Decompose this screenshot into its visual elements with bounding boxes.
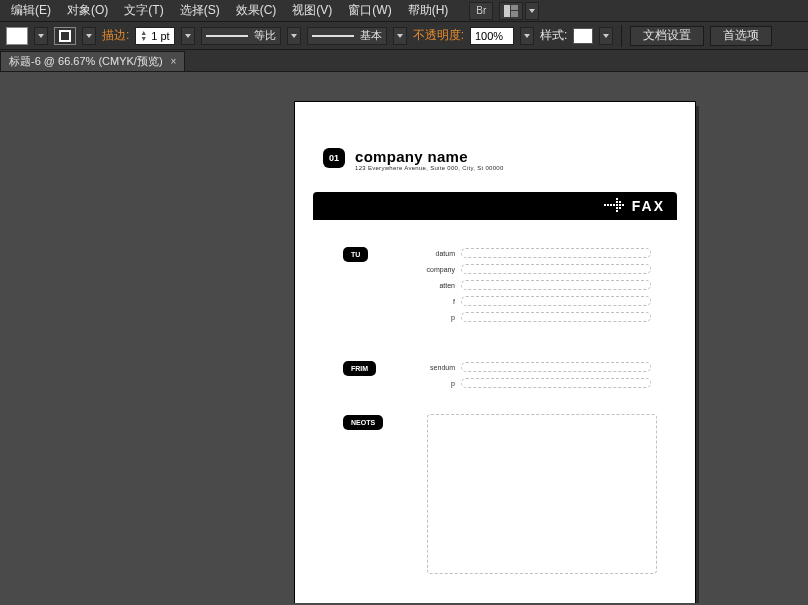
- stroke-swatch[interactable]: [54, 27, 76, 45]
- svg-rect-14: [619, 204, 621, 206]
- menu-view[interactable]: 视图(V): [285, 0, 339, 21]
- field-row: f: [381, 294, 651, 308]
- menu-bar: 编辑(E) 对象(O) 文字(T) 选择(S) 效果(C) 视图(V) 窗口(W…: [0, 0, 808, 22]
- opacity-label: 不透明度:: [413, 27, 464, 44]
- field-label-f: f: [381, 298, 455, 305]
- graphic-style-swatch[interactable]: [573, 28, 593, 44]
- section-tag-neots: NEOTS: [343, 415, 383, 430]
- field-row: company: [381, 262, 651, 276]
- menu-select[interactable]: 选择(S): [173, 0, 227, 21]
- field-input: [461, 264, 651, 274]
- workspace-dropdown[interactable]: [525, 2, 539, 20]
- menu-edit[interactable]: 编辑(E): [4, 0, 58, 21]
- svg-rect-3: [604, 204, 606, 206]
- svg-rect-11: [616, 210, 618, 212]
- field-label-atten: atten: [381, 282, 455, 289]
- field-label-p2: p: [381, 380, 455, 387]
- workspace-switcher[interactable]: [499, 2, 523, 20]
- brush-def-label: 基本: [360, 28, 382, 43]
- document-setup-button[interactable]: 文档设置: [630, 26, 704, 46]
- svg-rect-8: [616, 201, 618, 203]
- section-tag-frim: FRIM: [343, 361, 376, 376]
- fill-swatch[interactable]: [6, 27, 28, 45]
- stroke-weight-value: 1 pt: [151, 30, 169, 42]
- fax-title-text: FAX: [632, 198, 665, 214]
- svg-rect-5: [610, 204, 612, 206]
- svg-rect-0: [504, 5, 510, 17]
- field-row: atten: [381, 278, 651, 292]
- stroke-label: 描边:: [102, 27, 129, 44]
- company-address-text: 123 Everywhere Avenue, Suite 000, City, …: [355, 165, 504, 171]
- field-input: [461, 312, 651, 322]
- svg-rect-7: [616, 204, 618, 206]
- brush-def-dropdown[interactable]: 基本: [307, 27, 387, 45]
- menu-effect[interactable]: 效果(C): [229, 0, 284, 21]
- document-tab-bar: 标题-6 @ 66.67% (CMYK/预览) ×: [0, 50, 808, 72]
- field-input: [461, 362, 651, 372]
- arrow-right-icon: [604, 198, 626, 214]
- field-label-datum: datum: [381, 250, 455, 257]
- opacity-field[interactable]: 100%: [470, 27, 514, 45]
- field-input: [461, 280, 651, 290]
- section-tag-tu: TU: [343, 247, 368, 262]
- brush-def-arrow[interactable]: [393, 27, 407, 45]
- stroke-weight-field[interactable]: ▲▼ 1 pt: [135, 27, 174, 45]
- field-row: datum: [381, 246, 651, 260]
- width-profile-label: 等比: [254, 28, 276, 43]
- opacity-value: 100%: [475, 30, 503, 42]
- field-input: [461, 378, 651, 388]
- svg-rect-12: [619, 201, 621, 203]
- fax-header: 01 company name 123 Everywhere Avenue, S…: [323, 148, 504, 171]
- company-name-text: company name: [355, 148, 504, 165]
- svg-rect-6: [613, 204, 615, 206]
- opacity-dropdown[interactable]: [520, 27, 534, 45]
- line-preview-icon: [206, 35, 248, 37]
- separator: [621, 25, 622, 47]
- stroke-weight-dropdown[interactable]: [181, 27, 195, 45]
- document-tab[interactable]: 标题-6 @ 66.67% (CMYK/预览) ×: [0, 51, 185, 71]
- svg-rect-15: [622, 204, 624, 206]
- preferences-button[interactable]: 首选项: [710, 26, 772, 46]
- stepper-arrows-icon: ▲▼: [140, 30, 147, 42]
- svg-rect-9: [616, 207, 618, 209]
- fax-badge: 01: [323, 148, 345, 168]
- graphic-style-dropdown[interactable]: [599, 27, 613, 45]
- svg-rect-10: [616, 198, 618, 200]
- svg-rect-4: [607, 204, 609, 206]
- field-label-sendum: sendum: [381, 364, 455, 371]
- field-input: [461, 296, 651, 306]
- fill-dropdown[interactable]: [34, 27, 48, 45]
- svg-rect-1: [511, 5, 518, 10]
- options-bar: 描边: ▲▼ 1 pt 等比 基本 不透明度: 100% 样式: 文档设置 首选…: [0, 22, 808, 50]
- field-row: sendum: [381, 360, 651, 374]
- artboard[interactable]: 01 company name 123 Everywhere Avenue, S…: [295, 102, 695, 603]
- field-row: p: [381, 310, 651, 324]
- field-row: p: [381, 376, 651, 390]
- style-label: 样式:: [540, 27, 567, 44]
- svg-rect-2: [511, 11, 518, 17]
- width-profile-dropdown[interactable]: 等比: [201, 27, 281, 45]
- canvas-area[interactable]: 01 company name 123 Everywhere Avenue, S…: [0, 72, 808, 603]
- bridge-button[interactable]: Br: [469, 2, 493, 20]
- fax-title-bar: FAX: [313, 192, 677, 220]
- svg-rect-13: [619, 207, 621, 209]
- menu-help[interactable]: 帮助(H): [401, 0, 456, 21]
- close-icon[interactable]: ×: [171, 56, 177, 67]
- menu-object[interactable]: 对象(O): [60, 0, 115, 21]
- field-label-p: p: [381, 314, 455, 321]
- stroke-dropdown[interactable]: [82, 27, 96, 45]
- field-label-company: company: [381, 266, 455, 273]
- menu-text[interactable]: 文字(T): [117, 0, 170, 21]
- layout-icon: [504, 5, 518, 17]
- field-input: [461, 248, 651, 258]
- menu-window[interactable]: 窗口(W): [341, 0, 398, 21]
- neots-text-box: [427, 414, 657, 574]
- line-preview-icon: [312, 35, 354, 37]
- document-tab-title: 标题-6 @ 66.67% (CMYK/预览): [9, 54, 163, 69]
- width-profile-arrow[interactable]: [287, 27, 301, 45]
